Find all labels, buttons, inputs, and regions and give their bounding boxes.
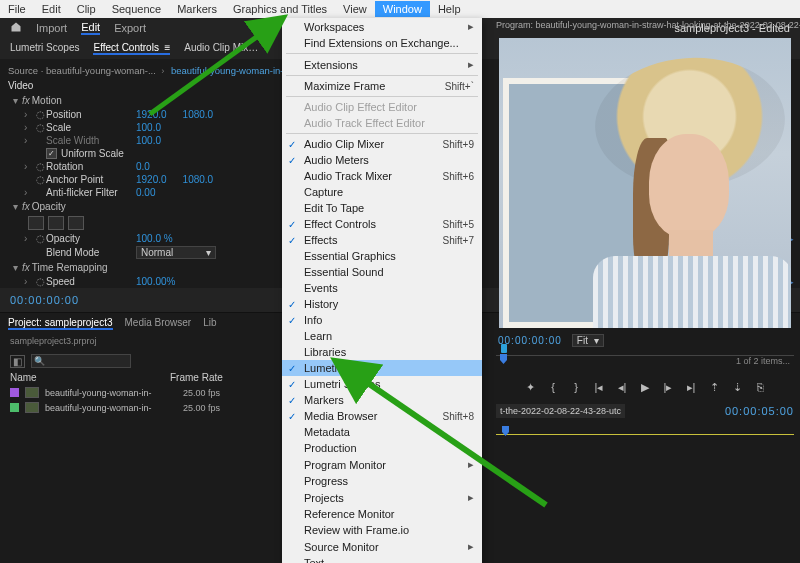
lift-icon[interactable]: ⇡ [707,381,722,394]
menu-item-maximize-frame[interactable]: Maximize FrameShift+` [282,78,482,94]
play-icon[interactable]: ▶ [638,381,653,394]
tab-export[interactable]: Export [114,22,146,34]
menu-item-history[interactable]: ✓History [282,296,482,312]
check-icon: ✓ [288,235,296,246]
stopwatch-icon[interactable]: ◌ [34,233,46,244]
menu-item-production[interactable]: Production [282,440,482,456]
check-icon: ✓ [288,155,296,166]
tab-edit[interactable]: Edit [81,21,100,35]
menu-item-metadata[interactable]: Metadata [282,424,482,440]
menu-file[interactable]: File [0,1,34,17]
check-icon: ✓ [288,379,296,390]
menu-item-learn[interactable]: Learn [282,328,482,344]
program-timecode[interactable]: 00:00:00:00 [498,335,562,346]
menu-item-effects[interactable]: ✓EffectsShift+7 [282,232,482,248]
menu-item-extensions[interactable]: Extensions▸ [282,56,482,73]
timeline[interactable] [496,424,794,482]
menu-item-lumetri-color[interactable]: ✓Lumetri Color [282,360,482,376]
menu-view[interactable]: View [335,1,375,17]
export-frame-icon[interactable]: ⎘ [753,381,768,394]
submenu-arrow-icon: ▸ [468,540,474,553]
extract-icon[interactable]: ⇣ [730,381,745,394]
menu-edit[interactable]: Edit [34,1,69,17]
menu-item-libraries[interactable]: Libraries [282,344,482,360]
mark-in-icon[interactable]: { [546,381,561,394]
program-breadcrumb: Program: beautiful-young-woman-in-straw-… [490,18,800,32]
stopwatch-icon[interactable]: ◌ [34,109,46,120]
breadcrumb-clip[interactable]: beautiful-young-woman-in-st... [171,65,299,76]
program-playhead[interactable] [500,354,507,364]
menu-item-reference-monitor[interactable]: Reference Monitor [282,506,482,522]
menu-markers[interactable]: Markers [169,1,225,17]
label-swatch[interactable] [10,388,19,397]
program-timeline[interactable] [496,355,794,377]
rect-mask-icon [48,216,64,230]
menu-clip[interactable]: Clip [69,1,104,17]
mark-out-icon[interactable]: } [569,381,584,394]
menu-item-audio-clip-effect-editor: Audio Clip Effect Editor [282,99,482,115]
menu-window[interactable]: Window [375,1,430,17]
home-icon[interactable] [10,21,22,35]
step-fwd-icon[interactable]: |▸ [661,381,676,394]
menu-item-lumetri-scopes[interactable]: ✓Lumetri Scopes [282,376,482,392]
menu-item-progress[interactable]: Progress [282,473,482,489]
menu-item-info[interactable]: ✓Info [282,312,482,328]
stopwatch-icon[interactable]: ◌ [34,276,46,287]
in-point-marker[interactable] [501,344,507,353]
add-marker-icon[interactable]: ✦ [523,381,538,394]
menu-item-events[interactable]: Events [282,280,482,296]
project-search[interactable]: 🔍 [31,354,131,368]
clip-thumb [25,387,39,398]
menu-item-audio-track-mixer[interactable]: Audio Track MixerShift+6 [282,168,482,184]
tab-import[interactable]: Import [36,22,67,34]
menu-item-program-monitor[interactable]: Program Monitor▸ [282,456,482,473]
menu-item-workspaces[interactable]: Workspaces▸ [282,18,482,35]
check-icon: ✓ [288,411,296,422]
uniform-scale-checkbox[interactable]: ✓ [46,148,57,159]
menu-item-effect-controls[interactable]: ✓Effect ControlsShift+5 [282,216,482,232]
menu-help[interactable]: Help [430,1,469,17]
menu-item-review-with-frame-io[interactable]: Review with Frame.io [282,522,482,538]
menu-item-projects[interactable]: Projects▸ [282,489,482,506]
menu-item-markers[interactable]: ✓Markers [282,392,482,408]
program-monitor[interactable] [499,38,791,328]
window-menu: Workspaces▸Find Extensions on Exchange..… [282,18,482,563]
menu-graphics-and-titles[interactable]: Graphics and Titles [225,1,335,17]
menu-item-find-extensions-on-exchange-[interactable]: Find Extensions on Exchange... [282,35,482,51]
menu-item-audio-meters[interactable]: ✓Audio Meters [282,152,482,168]
tab-effect-controls[interactable]: Effect Controls ≡ [93,42,170,55]
submenu-arrow-icon: ▸ [468,58,474,71]
menu-item-media-browser[interactable]: ✓Media BrowserShift+8 [282,408,482,424]
menu-item-audio-clip-mixer[interactable]: ✓Audio Clip MixerShift+9 [282,136,482,152]
bin-icon[interactable]: ◧ [10,355,25,368]
tab-lumetri-scopes[interactable]: Lumetri Scopes [10,42,79,55]
menu-item-essential-graphics[interactable]: Essential Graphics [282,248,482,264]
tab-media-browser[interactable]: Media Browser [125,317,192,330]
sequence-tab[interactable]: t-the-2022-02-08-22-43-28-utc [496,404,625,418]
step-back-icon[interactable]: ◂| [615,381,630,394]
project-filename: sampleproject3.prproj [10,336,97,346]
pen-mask-icon [68,216,84,230]
menu-item-edit-to-tape[interactable]: Edit To Tape [282,200,482,216]
menu-item-capture[interactable]: Capture [282,184,482,200]
submenu-arrow-icon: ▸ [468,491,474,504]
menu-item-source-monitor[interactable]: Source Monitor▸ [282,538,482,555]
stopwatch-icon[interactable]: ◌ [34,161,46,172]
menu-sequence[interactable]: Sequence [104,1,170,17]
blend-mode-select[interactable]: Normal▾ [136,246,216,259]
go-to-out-icon[interactable]: ▸| [684,381,699,394]
menu-item-text[interactable]: Text [282,555,482,563]
menu-item-essential-sound[interactable]: Essential Sound [282,264,482,280]
check-icon: ✓ [288,219,296,230]
go-to-in-icon[interactable]: |◂ [592,381,607,394]
tab-project[interactable]: Project: sampleproject3 [8,317,113,330]
stopwatch-icon[interactable]: ◌ [34,174,46,185]
tab-libraries[interactable]: Lib [203,317,216,330]
tab-audio-clip-mixer[interactable]: Audio Clip Mix… [184,42,258,55]
timeline-timecode: 00:00:05:00 [725,405,794,417]
check-icon: ✓ [288,139,296,150]
program-zoom-select[interactable]: Fit▾ [572,334,604,347]
menubar: FileEditClipSequenceMarkersGraphics and … [0,0,800,18]
stopwatch-icon[interactable]: ◌ [34,122,46,133]
label-swatch[interactable] [10,403,19,412]
